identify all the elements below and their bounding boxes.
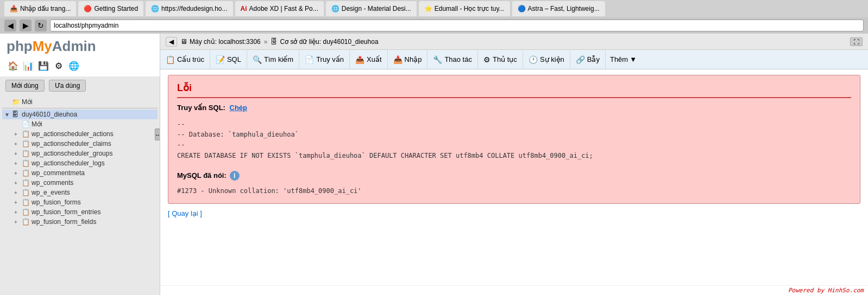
tree-icon-t8: 📋 xyxy=(22,208,32,216)
content-area: ◀ 🖥 Máy chủ: localhost:3306 » 🗄 Cơ sở dữ… xyxy=(160,34,868,295)
sidebar-item-table-7[interactable]: + 📋 wp_fusion_forms xyxy=(12,197,158,207)
toolbar-label-9: Bẫy xyxy=(587,55,600,63)
toolbar-label-0: Cấu trúc xyxy=(177,55,204,63)
phpmyadmin-logo: phpMyAdmin xyxy=(0,34,160,57)
toolbar-thu-tuc[interactable]: ⚙ Thủ tục xyxy=(478,50,523,69)
toolbar-label-3: Truy vấn xyxy=(316,55,344,63)
error-copy-link[interactable]: Chép xyxy=(230,104,248,112)
browser-tabs: 📥 Nhập dấu trang... 🔴 Getting Started 🌐 … xyxy=(0,0,868,17)
home-icon[interactable]: 🏠 xyxy=(7,59,20,72)
tab-fedudesign[interactable]: 🌐 https://fedudesign.ho... xyxy=(146,1,232,16)
toolbar-truy-van[interactable]: 📄 Truy vấn xyxy=(299,50,350,69)
breadcrumb-bar: ◀ 🖥 Máy chủ: localhost:3306 » 🗄 Cơ sở dữ… xyxy=(160,34,868,50)
address-url-input[interactable] xyxy=(50,20,864,31)
import-icon: 📥 xyxy=(393,55,402,64)
tree-label-t6: wp_e_events xyxy=(32,189,70,196)
tree-label-t1: wp_actionscheduler_claims xyxy=(32,140,111,148)
sidebar-user-buttons: Mới dùng Ưa dùng xyxy=(0,76,160,95)
error-box: Lỗi Truy vấn SQL: Chép -- -- Database: `… xyxy=(168,75,860,204)
toolbar-label-6: Thao tác xyxy=(444,55,472,63)
sidebar-item-table-9[interactable]: + 📋 wp_fusion_form_fields xyxy=(12,217,158,227)
toolbar-label-1: SQL xyxy=(227,55,241,63)
tab-icon-4: 🌐 xyxy=(331,5,339,12)
tree-toggle-t4: + xyxy=(14,170,22,176)
error-title: Lỗi xyxy=(177,82,851,98)
toolbar-label-4: Xuất xyxy=(367,55,382,63)
main-content: Lỗi Truy vấn SQL: Chép -- -- Database: `… xyxy=(160,69,868,285)
breadcrumb-db-label: Cơ sở dữ liệu: duy46010_dieuhoa xyxy=(280,38,378,46)
tree-toggle-t7: + xyxy=(14,200,22,206)
tab-nhap-dau-trang[interactable]: 📥 Nhập dấu trang... xyxy=(4,1,76,16)
tree-label-t0: wp_actionscheduler_actions xyxy=(32,130,114,138)
tree-icon-t3: 📋 xyxy=(22,159,32,167)
favorite-button[interactable]: Ưa dùng xyxy=(49,80,86,92)
mysql-said-row: MySQL đã nói: i xyxy=(177,171,851,181)
sidebar-item-table-0[interactable]: + 📋 wp_actionscheduler_actions xyxy=(12,129,158,139)
info-icon[interactable]: i xyxy=(230,171,240,181)
tree-label-t8: wp_fusion_form_entries xyxy=(32,208,100,216)
events-icon: 🕐 xyxy=(529,55,538,64)
tab-label-6: Astra – Fast, Lightweig... xyxy=(528,5,600,12)
sidebar-item-new-root[interactable]: 📁 Mới xyxy=(2,97,158,107)
powered-by: Powered by HinhSo.com xyxy=(160,285,868,295)
tree-icon-t6: 📋 xyxy=(22,189,32,196)
tree-toggle-t9: + xyxy=(14,219,22,225)
toolbar-su-kien[interactable]: 🕐 Sự kiện xyxy=(523,50,570,69)
sidebar-item-table-5[interactable]: + 📋 wp_comments xyxy=(12,178,158,188)
main-layout: phpMyAdmin 🏠 📊 💾 ⚙ 🌐 Mới dùng Ưa dùng ↔ … xyxy=(0,34,868,295)
tab-icon-2: 🌐 xyxy=(151,5,159,12)
sidebar-resize-handle[interactable]: ↔ xyxy=(155,129,160,140)
sidebar-item-table-3[interactable]: + 📋 wp_actionscheduler_logs xyxy=(12,158,158,168)
toolbar-tim-kiem[interactable]: 🔍 Tìm kiếm xyxy=(247,50,299,69)
tab-icon-3: Ai xyxy=(241,5,247,12)
sidebar-item-table-8[interactable]: + 📋 wp_fusion_form_entries xyxy=(12,207,158,217)
address-bar: ◀ ▶ ↻ xyxy=(0,17,868,34)
logo-my: My xyxy=(33,38,52,54)
breadcrumb-arrow: » xyxy=(264,38,268,46)
nav-forward-button[interactable]: ▶ xyxy=(20,20,32,31)
save-icon[interactable]: 💾 xyxy=(37,59,50,72)
tree-icon-t2: 📋 xyxy=(22,150,32,157)
tree-icon-root: 📁 xyxy=(12,98,22,106)
tree-divider xyxy=(2,108,158,108)
toolbar-label-8: Sự kiện xyxy=(540,55,564,63)
tab-astra[interactable]: 🔵 Astra – Fast, Lightweig... xyxy=(512,1,605,16)
expand-button[interactable]: ⛶ xyxy=(850,37,863,46)
toolbar-sql[interactable]: 📝 SQL xyxy=(210,50,247,69)
toolbar-xuat[interactable]: 📤 Xuất xyxy=(350,50,388,69)
sidebar-item-table-6[interactable]: + 📋 wp_e_events xyxy=(12,188,158,197)
routines-icon: ⚙ xyxy=(483,55,490,64)
tab-label-3: Adobe XD | Fast & Po... xyxy=(249,5,318,12)
tab-adobexd[interactable]: Ai Adobe XD | Fast & Po... xyxy=(235,1,324,16)
toolbar-thao-tac[interactable]: 🔧 Thao tác xyxy=(427,50,478,69)
tree-icon-db-new: 📄 xyxy=(22,120,32,128)
toolbar-nhap[interactable]: 📥 Nhập xyxy=(388,50,428,69)
sidebar-item-database[interactable]: ▼ 🗄 duy46010_dieuhoa xyxy=(2,110,158,119)
tree-label-t7: wp_fusion_forms xyxy=(32,198,81,206)
chart-icon[interactable]: 📊 xyxy=(22,59,35,72)
sidebar-item-table-1[interactable]: + 📋 wp_actionscheduler_claims xyxy=(12,139,158,149)
mysql-said-label: MySQL đã nói: xyxy=(177,171,227,179)
new-user-button[interactable]: Mới dùng xyxy=(5,80,45,92)
toolbar-bay[interactable]: 🔗 Bẫy xyxy=(570,50,606,69)
breadcrumb-back-button[interactable]: ◀ xyxy=(166,37,177,47)
tab-label-2: https://fedudesign.ho... xyxy=(161,5,227,12)
tab-edumall[interactable]: ⭐ Edumall - Học trực tuy... xyxy=(419,1,510,16)
gear-icon[interactable]: ⚙ xyxy=(52,59,65,72)
sidebar-item-db-new[interactable]: 📄 Mới xyxy=(12,119,158,129)
toolbar-cau-truc[interactable]: 📋 Cấu trúc xyxy=(160,50,210,69)
tab-icon-5: ⭐ xyxy=(424,5,432,12)
toolbar-more[interactable]: Thêm ▼ xyxy=(606,52,641,67)
sidebar-item-table-2[interactable]: + 📋 wp_actionscheduler_groups xyxy=(12,149,158,158)
tab-material-design[interactable]: 🌐 Design - Material Desi... xyxy=(326,1,417,16)
tab-getting-started[interactable]: 🔴 Getting Started xyxy=(78,1,143,16)
sidebar-item-table-4[interactable]: + 📋 wp_commentmeta xyxy=(12,168,158,178)
globe-icon[interactable]: 🌐 xyxy=(67,59,80,72)
back-link[interactable]: [ Quay lại ] xyxy=(168,209,202,217)
tree-toggle-t2: + xyxy=(14,151,22,157)
nav-reload-button[interactable]: ↻ xyxy=(35,20,47,31)
toolbar-label-2: Tìm kiếm xyxy=(264,55,293,63)
nav-back-button[interactable]: ◀ xyxy=(4,20,16,31)
tab-label-5: Edumall - Học trực tuy... xyxy=(435,5,505,12)
tab-icon-1: 🔴 xyxy=(84,5,92,12)
